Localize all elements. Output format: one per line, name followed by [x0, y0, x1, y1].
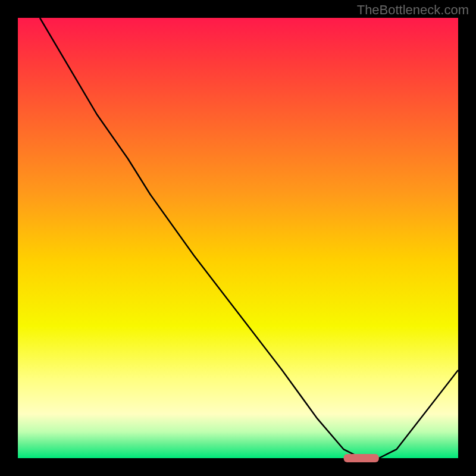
plot-background [18, 18, 458, 458]
chart-container: TheBottleneck.com [0, 0, 476, 476]
bottleneck-chart [0, 0, 476, 476]
watermark-text: TheBottleneck.com [357, 2, 469, 18]
optimal-marker [344, 454, 379, 462]
